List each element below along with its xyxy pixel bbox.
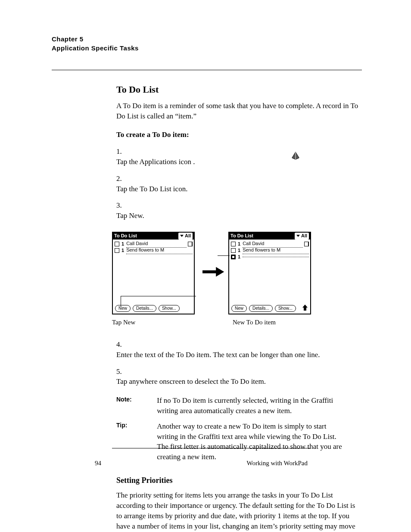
step-num: 3. xyxy=(116,200,128,211)
button-row: New Details... Show... xyxy=(115,305,180,312)
footer-section: Working with WorkPad xyxy=(247,459,308,468)
show-button[interactable]: Show... xyxy=(275,305,296,312)
page-number: 94 xyxy=(95,459,101,468)
button-row: New Details... Show... xyxy=(231,305,296,312)
titlebar: To Do List All xyxy=(113,233,194,240)
note-block: Note: If no To Do item is currently sele… xyxy=(116,395,362,416)
priority[interactable]: 1 xyxy=(238,241,240,247)
dropdown-triangle-icon xyxy=(180,235,184,237)
priority[interactable]: 1 xyxy=(238,254,240,260)
callout-connector xyxy=(218,255,230,256)
step-2: 2. Tap the To Do List icon. xyxy=(116,174,362,194)
svg-marker-2 xyxy=(302,305,308,311)
page: Chapter 5 Application Specific Tasks To … xyxy=(52,26,362,532)
details-button[interactable]: Details... xyxy=(133,305,156,312)
footer-rule xyxy=(112,448,310,448)
list-item[interactable]: 1 Send flowers to M xyxy=(114,247,193,254)
note-body: If no To Do item is currently selected, … xyxy=(157,395,342,416)
chapter-title: Application Specific Tasks xyxy=(52,44,362,53)
checkbox[interactable] xyxy=(231,242,236,246)
category-selector[interactable]: All xyxy=(178,233,193,239)
diagram: To Do List All 1 Call David 1 Send flowe… xyxy=(112,232,362,331)
list-item-selected[interactable]: 1 xyxy=(230,254,309,260)
step-text: Tap New. xyxy=(116,211,358,221)
item-text[interactable]: Send flowers to M xyxy=(243,247,309,254)
steps-title: To create a To Do item: xyxy=(116,130,362,140)
step-text: Tap the Applications icon . xyxy=(116,157,358,167)
priorities-para: The priority setting for items lets you … xyxy=(116,490,362,532)
item-text[interactable]: Send flowers to M xyxy=(126,247,193,254)
item-text[interactable]: Call David xyxy=(126,240,187,247)
category-selector[interactable]: All xyxy=(295,233,309,239)
details-button[interactable]: Details... xyxy=(249,305,273,312)
checkbox[interactable] xyxy=(115,242,119,246)
priority[interactable]: 1 xyxy=(121,241,124,247)
step-num: 4. xyxy=(116,339,128,350)
show-button[interactable]: Show... xyxy=(159,305,180,312)
note-icon[interactable] xyxy=(304,242,309,246)
palm-screen-left: To Do List All 1 Call David 1 Send flowe… xyxy=(112,232,195,314)
new-button[interactable]: New xyxy=(115,305,131,312)
tip-label: Tip: xyxy=(116,421,155,430)
list-item[interactable]: 1 Call David xyxy=(114,241,193,247)
svg-rect-0 xyxy=(202,271,217,274)
category-label: All xyxy=(185,233,191,239)
todo-intro: A To Do item is a reminder of some task … xyxy=(116,101,362,121)
step-num: 1. xyxy=(116,146,128,157)
step-1: 1. Tap the Applications icon . xyxy=(116,146,362,167)
checkbox[interactable] xyxy=(231,255,236,259)
priority[interactable]: 1 xyxy=(121,247,124,254)
note-icon[interactable] xyxy=(188,242,193,246)
rule xyxy=(52,70,362,70)
shift-indicator-icon xyxy=(302,305,308,312)
note-label: Note: xyxy=(116,395,155,404)
step-4: 4. Enter the text of the To Do item. The… xyxy=(116,339,362,360)
callout-connector xyxy=(121,296,196,296)
step-num: 2. xyxy=(116,174,128,184)
step-text: Tap the To Do List icon. xyxy=(116,184,358,194)
app-title: To Do List xyxy=(230,233,253,239)
step-3: 3. Tap New. xyxy=(116,200,362,221)
category-label: All xyxy=(301,233,307,239)
callout-connector xyxy=(121,296,121,307)
step-num: 5. xyxy=(116,367,128,377)
arrow-icon xyxy=(202,265,225,281)
chapter-label: Chapter 5 xyxy=(52,34,362,44)
checkbox[interactable] xyxy=(115,248,119,253)
list-item[interactable]: 1 Call David xyxy=(230,241,309,247)
svg-marker-1 xyxy=(216,267,224,277)
new-button[interactable]: New xyxy=(231,305,247,312)
callout-new-item: New To Do item xyxy=(233,318,276,327)
tip-block: Tip: Another way to create a new To Do i… xyxy=(116,421,362,462)
step-5: 5. Tap anywhere onscreen to deselect the… xyxy=(116,367,362,387)
section-heading-todo: To Do List xyxy=(116,83,362,96)
list-item[interactable]: 1 Send flowers to M xyxy=(230,247,309,254)
item-text[interactable]: Call David xyxy=(243,240,303,247)
list-body: 1 Call David 1 Send flowers to M 1 xyxy=(229,240,310,260)
priority[interactable]: 1 xyxy=(238,247,240,254)
list-body: 1 Call David 1 Send flowers to M xyxy=(113,240,194,254)
palm-screen-right: To Do List All 1 Call David 1 Send flowe… xyxy=(228,232,311,314)
dropdown-triangle-icon xyxy=(296,235,300,237)
section-heading-priorities: Setting Priorities xyxy=(116,475,362,486)
app-title: To Do List xyxy=(114,233,137,239)
applications-icon xyxy=(291,151,300,163)
item-text[interactable] xyxy=(243,257,309,257)
step-text: Tap anywhere onscreen to deselect the To… xyxy=(116,376,358,387)
checkbox[interactable] xyxy=(231,248,236,253)
callout-new-button: Tap New xyxy=(112,318,135,327)
titlebar: To Do List All xyxy=(229,233,310,240)
step-text: Enter the text of the To Do item. The te… xyxy=(116,350,358,360)
tip-body: Another way to create a new To Do item i… xyxy=(157,421,342,462)
